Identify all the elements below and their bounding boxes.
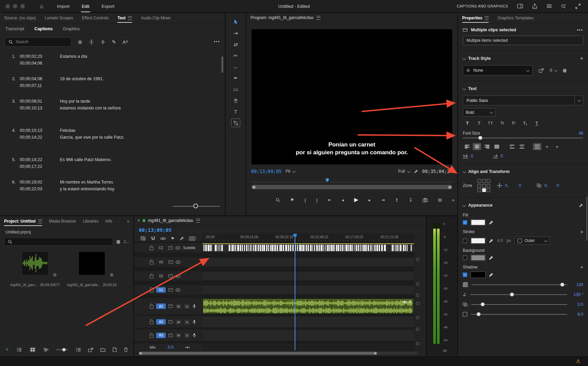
fill-color-swatch[interactable]: [471, 220, 485, 225]
add-shadow-icon[interactable]: +: [580, 264, 583, 270]
push-style-icon[interactable]: [539, 68, 544, 73]
solo-track-button[interactable]: S: [184, 333, 190, 338]
offset-x-value[interactable]: 0,: [544, 183, 548, 188]
project-item-label[interactable]: mg491_t6_garc... 35:04:34577: [5, 283, 65, 287]
text-direction-ltr-button[interactable]: ▸|: [543, 143, 551, 150]
track-lock-icon[interactable]: [150, 321, 153, 324]
track-label[interactable]: V3: [156, 259, 166, 265]
razor-tool[interactable]: ✂: [231, 51, 240, 60]
justify-button[interactable]: [492, 143, 501, 150]
mark-out-icon[interactable]: }: [316, 198, 317, 202]
icon-view-icon[interactable]: [30, 347, 36, 352]
step-back-icon[interactable]: ◂: [342, 198, 344, 202]
text-direction-rtl-button[interactable]: |◂: [553, 143, 561, 150]
underline-button[interactable]: T: [532, 119, 541, 127]
small-caps-button[interactable]: Tt: [497, 119, 507, 127]
justify-last-left-button[interactable]: [508, 143, 516, 150]
new-item-icon[interactable]: [113, 347, 117, 352]
appearance-settings-wrench-icon[interactable]: [579, 203, 583, 208]
caption-row[interactable]: 5. 00;00;14;2200;00;17;22 Es 966 calle P…: [4, 156, 221, 170]
panel-menu-icon[interactable]: [38, 220, 42, 223]
project-item-video[interactable]: [79, 251, 105, 275]
justify-all-button[interactable]: [533, 143, 541, 150]
stroke-checkbox[interactable]: [463, 239, 467, 243]
freeform-view-icon[interactable]: [44, 348, 48, 352]
shadow-opacity-slider[interactable]: [472, 282, 567, 287]
track-lock-icon[interactable]: [150, 247, 153, 250]
timeline-ruler[interactable]: ;00;00 00;04;16;08 00;08;32;16 00;12;48;…: [202, 234, 414, 242]
toggle-track-output-icon[interactable]: [176, 261, 180, 264]
pen-tool[interactable]: ✒: [231, 74, 240, 82]
shadow-checkbox[interactable]: ✓: [463, 273, 467, 277]
shadow-eyedropper-icon[interactable]: [489, 273, 493, 277]
font-size-slider[interactable]: [463, 136, 583, 140]
add-track-style-icon[interactable]: +: [580, 55, 583, 62]
type-tool[interactable]: T: [231, 107, 240, 116]
timeline-settings-wrench-icon[interactable]: [180, 236, 184, 241]
selection-more-icon[interactable]: •••: [577, 28, 583, 32]
snap-icon[interactable]: [151, 236, 155, 241]
add-marker-icon[interactable]: ⚑: [171, 237, 175, 241]
all-caps-button[interactable]: TT: [486, 119, 495, 127]
mute-track-button[interactable]: M: [176, 333, 181, 338]
caption-row[interactable]: 1. 00;00;02;2300;00;04;06 Estamos a día: [4, 53, 221, 67]
ripple-edit-tool[interactable]: ⇄: [231, 40, 240, 49]
fullscreen-icon[interactable]: [575, 4, 581, 9]
project-search-input[interactable]: [4, 238, 113, 246]
stroke-type-select[interactable]: Outer: [514, 237, 550, 245]
sync-lock-icon[interactable]: [168, 274, 173, 278]
track-style-select[interactable]: ⊘ None: [463, 65, 533, 75]
sequence-tab[interactable]: mg491_t6_garciafelicitas: [148, 218, 193, 223]
stroke-eyedropper-icon[interactable]: [489, 239, 493, 243]
add-marker-icon[interactable]: ⚑: [290, 198, 294, 202]
panel-menu-icon[interactable]: [128, 16, 132, 20]
solo-track-button[interactable]: S: [184, 304, 190, 309]
sync-lock-icon[interactable]: [168, 246, 173, 249]
caption-row[interactable]: 4. 00;00;10;1300;00;14;22 FelicitasGarcí…: [4, 127, 221, 141]
comparison-view-icon[interactable]: ⊞: [438, 198, 442, 202]
project-item-label[interactable]: mg491_t6_garciafe... 35;04;24: [62, 283, 122, 287]
voiceover-record-icon[interactable]: [193, 320, 196, 324]
timeline-timecode[interactable]: 00;13;09;05: [139, 227, 172, 233]
panel-menu-icon[interactable]: [196, 219, 200, 223]
shadow-angle-value[interactable]: 135 °: [571, 292, 583, 297]
background-color-swatch[interactable]: [471, 255, 485, 261]
close-window-button[interactable]: [5, 4, 10, 8]
add-stroke-icon[interactable]: +: [580, 229, 583, 234]
nest-sequences-icon[interactable]: [140, 236, 146, 241]
style-grid-icon[interactable]: ▦: [563, 68, 567, 72]
track-label[interactable]: A1: [156, 303, 166, 309]
program-video-area[interactable]: Ponían un carnet por si alguien pregunta…: [251, 29, 452, 164]
rectangle-tool[interactable]: ▭: [231, 85, 240, 93]
fill-checkbox[interactable]: ✓: [463, 220, 467, 225]
faux-bold-button[interactable]: T: [463, 119, 472, 127]
tab-project[interactable]: Project: Untitled: [4, 219, 42, 224]
tab-properties[interactable]: Properties: [462, 16, 489, 20]
voiceover-record-icon[interactable]: [193, 304, 196, 309]
merge-caption-icon[interactable]: [100, 39, 105, 45]
faux-italic-button[interactable]: T: [474, 119, 484, 127]
track-label[interactable]: C1: [156, 245, 166, 250]
track-lock-icon[interactable]: [150, 335, 153, 338]
panel-menu-icon[interactable]: [316, 16, 321, 20]
track-resize-handles[interactable]: [416, 241, 421, 350]
shadow-blur-value[interactable]: 6.0: [571, 312, 583, 317]
project-breadcrumb[interactable]: Untitled.prproj: [0, 227, 133, 234]
caption-row[interactable]: 3. 00;00;08;0100;00;10;13 Hoy por la tar…: [4, 98, 221, 111]
video-track-lane[interactable]: [202, 285, 414, 295]
audio-track-lane[interactable]: fx: [202, 298, 414, 314]
timeline-horizontal-scrollbar[interactable]: [139, 352, 418, 355]
home-icon[interactable]: ⌂: [40, 3, 43, 9]
timeline-playhead[interactable]: [295, 234, 295, 350]
track-label[interactable]: A3: [156, 333, 166, 338]
mix-value[interactable]: 0.0: [168, 345, 174, 350]
program-zoom-scrollbar[interactable]: [251, 185, 452, 189]
track-label[interactable]: A2: [156, 319, 166, 325]
style-count-select[interactable]: 0: [550, 68, 557, 73]
mute-track-button[interactable]: M: [176, 319, 181, 325]
properties-scrollbar[interactable]: [586, 196, 587, 241]
chevron-down-icon[interactable]: [462, 87, 466, 90]
caption-row[interactable]: 6. 00;00;19;0200;00;22;03 Mi nombre es M…: [4, 179, 221, 192]
linked-selection-icon[interactable]: [160, 237, 166, 240]
shadow-distance-value[interactable]: 3.0: [571, 302, 583, 307]
